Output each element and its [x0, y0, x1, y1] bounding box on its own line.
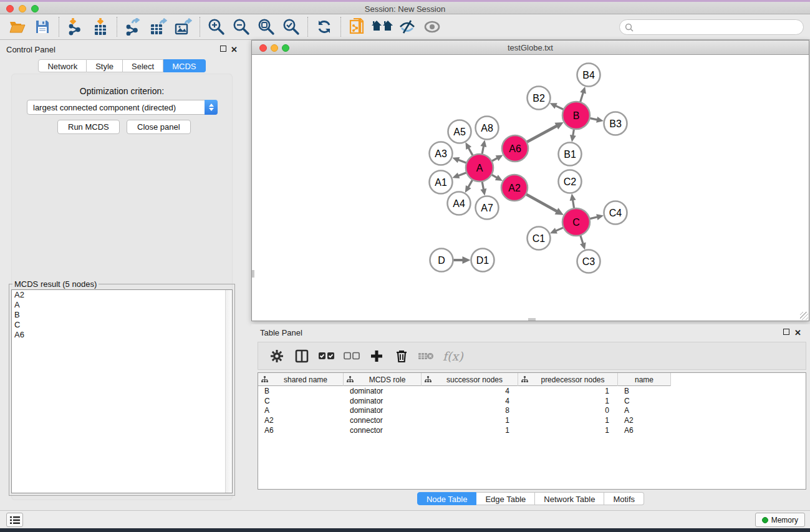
close-panel-button[interactable]: Close panel — [127, 120, 191, 134]
node-label-A5: A5 — [453, 127, 466, 137]
mcds-result-item[interactable]: C — [12, 320, 232, 330]
close-table-panel-icon[interactable]: ✕ — [794, 328, 801, 337]
tab-network[interactable]: Network — [38, 59, 87, 72]
edge-A-A2[interactable] — [492, 175, 496, 177]
toolbar-separator — [307, 17, 308, 37]
tree-icon — [347, 376, 354, 383]
edge-A-A1[interactable] — [459, 173, 466, 175]
cell-successor-nodes: 4 — [422, 397, 518, 407]
mcds-result-item[interactable]: A — [12, 300, 232, 310]
mcds-result-item[interactable]: B — [12, 310, 232, 320]
node-label-D1: D1 — [476, 255, 489, 266]
edge-A-A7[interactable] — [482, 182, 483, 189]
scrollbar[interactable] — [528, 318, 536, 321]
delete-table-icon[interactable] — [415, 345, 438, 367]
edge-A-A6[interactable] — [492, 158, 497, 161]
tab-node-table[interactable]: Node Table — [417, 492, 477, 505]
mcds-result-item[interactable]: A2 — [12, 290, 232, 300]
node-label-B1: B1 — [564, 149, 576, 160]
edge-B-B3[interactable] — [591, 118, 597, 120]
memory-button[interactable]: Memory — [755, 513, 805, 527]
resize-grip[interactable] — [800, 312, 808, 320]
mcds-result-group: MCDS result (5 nodes) A2ABCA6 — [9, 284, 235, 496]
run-mcds-button[interactable]: Run MCDS — [57, 120, 120, 134]
edge-C-C3[interactable] — [581, 236, 583, 243]
float-panel-icon[interactable] — [220, 45, 226, 54]
column-header-predecessor-nodes[interactable]: predecessor nodes — [518, 373, 618, 386]
cell-shared-name: A6 — [258, 426, 344, 436]
scrollbar[interactable] — [252, 270, 254, 278]
memory-label: Memory — [771, 516, 798, 525]
zoom-selected-icon[interactable] — [279, 16, 304, 37]
toolbar-separator — [340, 17, 341, 37]
search-input[interactable] — [619, 19, 804, 35]
export-image-icon[interactable] — [171, 16, 196, 37]
node-table[interactable]: shared nameMCDS rolesuccessor nodesprede… — [258, 372, 806, 490]
gear-icon[interactable] — [266, 345, 288, 367]
edge-A6-B[interactable] — [527, 126, 556, 142]
delete-icon[interactable] — [390, 345, 413, 367]
column-icon[interactable] — [291, 345, 313, 367]
clone-network-icon[interactable] — [345, 16, 370, 37]
home-icon[interactable] — [370, 16, 395, 37]
tab-select[interactable]: Select — [123, 59, 163, 72]
mcds-result-list[interactable]: A2ABCA6 — [11, 289, 233, 493]
open-file-icon[interactable] — [5, 16, 30, 37]
zoom-in-icon[interactable] — [204, 16, 229, 37]
column-header-MCDS-role[interactable]: MCDS role — [344, 373, 422, 386]
add-icon[interactable] — [365, 345, 388, 367]
hide-panel-icon[interactable] — [395, 16, 420, 37]
table-row[interactable]: A2connector11A2 — [258, 416, 671, 426]
tab-edge-table[interactable]: Edge Table — [476, 492, 535, 505]
edge-A-A5[interactable] — [469, 148, 473, 155]
float-table-panel-icon[interactable] — [783, 328, 789, 337]
zoom-out-icon[interactable] — [229, 16, 254, 37]
task-history-button[interactable] — [6, 513, 23, 527]
tab-network-table[interactable]: Network Table — [535, 492, 604, 505]
search-field[interactable] — [634, 21, 803, 34]
table-row[interactable]: Cdominator41C — [258, 397, 671, 407]
mcds-tab-content: Optimization criterion: largest connecte… — [11, 74, 233, 500]
network-titlebar[interactable]: testGlobe.txt — [252, 41, 809, 55]
close-panel-icon[interactable]: ✕ — [231, 45, 238, 54]
table-row[interactable]: Adominator80A — [258, 406, 671, 416]
refresh-icon[interactable] — [312, 16, 337, 37]
edge-A-A3[interactable] — [459, 160, 466, 163]
column-header-successor-nodes[interactable]: successor nodes — [422, 373, 518, 386]
import-network-icon[interactable] — [63, 16, 88, 37]
edge-C-C2[interactable] — [573, 200, 574, 208]
cell-shared-name: A — [258, 406, 344, 416]
edge-B-B4[interactable] — [581, 93, 583, 102]
optimization-criterion-select[interactable]: largest connected component (directed) — [27, 100, 218, 115]
tab-style[interactable]: Style — [87, 59, 123, 72]
arrowhead-icon — [480, 188, 486, 196]
table-row[interactable]: A6connector11A6 — [258, 426, 671, 436]
edge-B-B1[interactable] — [573, 130, 574, 135]
edge-B-B2[interactable] — [556, 106, 564, 109]
node-label-A4: A4 — [453, 198, 465, 209]
main-titlebar: Session: New Session — [0, 2, 810, 14]
scrollbar[interactable] — [225, 290, 232, 493]
import-table-icon[interactable] — [88, 16, 113, 37]
column-header-shared-name[interactable]: shared name — [258, 373, 344, 386]
edge-A-A8[interactable] — [482, 147, 483, 153]
select-all-icon[interactable] — [316, 345, 338, 367]
export-network-icon[interactable] — [121, 16, 146, 37]
export-table-icon[interactable] — [146, 16, 171, 37]
edge-C-C1[interactable] — [556, 228, 563, 231]
zoom-fit-icon[interactable] — [254, 16, 279, 37]
network-graph[interactable]: B4B2BB3A5A8A6A3B1AA1C2A2A4A7C4CC1DD1C3 — [252, 55, 809, 321]
save-session-icon[interactable] — [30, 16, 55, 37]
tab-motifs[interactable]: Motifs — [604, 492, 644, 505]
edge-C-C4[interactable] — [590, 217, 597, 219]
edge-A-A4[interactable] — [468, 180, 472, 187]
deselect-all-icon[interactable] — [340, 345, 363, 367]
function-builder-icon[interactable]: f(x) — [443, 349, 463, 363]
show-panel-icon[interactable] — [420, 16, 445, 37]
column-header-name[interactable]: name — [618, 373, 671, 386]
tab-mcds[interactable]: MCDS — [163, 59, 205, 72]
table-row[interactable]: Bdominator41B — [258, 387, 671, 397]
network-canvas[interactable]: B4B2BB3A5A8A6A3B1AA1C2A2A4A7C4CC1DD1C3 — [252, 55, 809, 321]
edge-A2-C[interactable] — [526, 195, 556, 211]
mcds-result-item[interactable]: A6 — [12, 330, 232, 340]
